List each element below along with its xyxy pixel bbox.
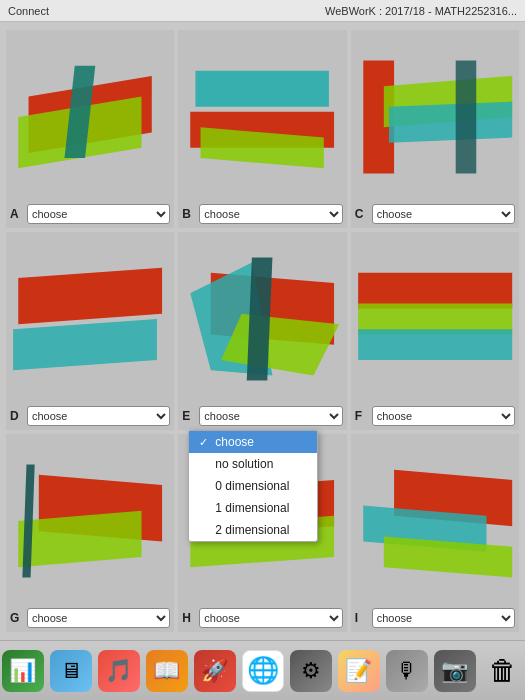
dock-icon-music[interactable]: 🎵	[98, 650, 140, 692]
dock-icon-chrome[interactable]: 🌐	[242, 650, 284, 692]
top-bar-right: WeBWorK : 2017/18 - MATH2252316...	[325, 5, 517, 17]
dock-icon-mic[interactable]: 🎙	[386, 650, 428, 692]
svg-marker-10	[18, 268, 162, 324]
cell-letter-c: C	[355, 207, 369, 221]
select-f[interactable]: choose no solution 0 dimensional 1 dimen…	[372, 406, 515, 426]
dock: 📊 🖥 🎵 📖 🚀 🌐 ⚙ 📝 🎙 📷 🗑	[0, 640, 525, 700]
select-g[interactable]: choose no solution 0 dimensional 1 dimen…	[27, 608, 170, 628]
top-bar-left: Connect	[8, 5, 49, 17]
svg-marker-26	[383, 536, 511, 577]
image-d	[8, 234, 172, 404]
grid-cell-a: A choose no solution 0 dimensional 1 dim…	[6, 30, 174, 228]
cell-letter-d: D	[10, 409, 24, 423]
svg-marker-11	[13, 319, 157, 370]
cell-letter-i: I	[355, 611, 369, 625]
cell-letter-f: F	[355, 409, 369, 423]
dock-icon-launchpad[interactable]: 🚀	[194, 650, 236, 692]
dropdown-item-0d[interactable]: 0 dimensional	[189, 475, 317, 497]
select-c[interactable]: choose no solution 0 dimensional 1 dimen…	[372, 204, 515, 224]
grid-cell-i: I choose no solution 0 dimensional 1 dim…	[351, 434, 519, 632]
image-b	[180, 32, 344, 202]
dock-icon-notes[interactable]: 📝	[338, 650, 380, 692]
dropdown-item-no-solution[interactable]: no solution	[189, 453, 317, 475]
cell-letter-h: H	[182, 611, 196, 625]
svg-marker-3	[196, 71, 330, 107]
svg-marker-18	[358, 329, 512, 360]
svg-marker-9	[455, 61, 476, 174]
image-i	[353, 436, 517, 606]
dock-icon-books[interactable]: 📖	[146, 650, 188, 692]
dropdown-item-1d[interactable]: 1 dimensional	[189, 497, 317, 519]
cell-letter-e: E	[182, 409, 196, 423]
dock-icon-finder[interactable]: 🖥	[50, 650, 92, 692]
image-grid: A choose no solution 0 dimensional 1 dim…	[6, 30, 519, 632]
svg-marker-8	[389, 102, 512, 143]
image-c	[353, 32, 517, 202]
select-a[interactable]: choose no solution 0 dimensional 1 dimen…	[27, 204, 170, 224]
image-g	[8, 436, 172, 606]
svg-marker-20	[18, 511, 141, 567]
grid-cell-e: E choose no solution 0 dimensional 1 dim…	[178, 232, 346, 430]
check-icon: ✓	[199, 436, 211, 449]
grid-cell-c: C choose no solution 0 dimensional 1 dim…	[351, 30, 519, 228]
grid-cell-d: D choose no solution 0 dimensional 1 dim…	[6, 232, 174, 430]
main-content: A choose no solution 0 dimensional 1 dim…	[0, 22, 525, 640]
svg-marker-16	[358, 273, 512, 309]
dock-icon-chart[interactable]: 📊	[2, 650, 44, 692]
cell-letter-a: A	[10, 207, 24, 221]
select-h[interactable]: choose no solution 0 dimensional 1 dimen…	[199, 608, 342, 628]
cell-letter-g: G	[10, 611, 24, 625]
dropdown-item-choose[interactable]: ✓ choose	[189, 431, 317, 453]
image-e	[180, 234, 344, 404]
dock-icon-settings[interactable]: ⚙	[290, 650, 332, 692]
image-a	[8, 32, 172, 202]
dropdown-menu[interactable]: ✓ choose no solution 0 dimensional 1 dim…	[188, 430, 318, 542]
select-d[interactable]: choose no solution 0 dimensional 1 dimen…	[27, 406, 170, 426]
select-e[interactable]: choose no solution 0 dimensional 1 dimen…	[199, 406, 342, 426]
select-i[interactable]: choose no solution 0 dimensional 1 dimen…	[372, 608, 515, 628]
grid-cell-b: B choose no solution 0 dimensional 1 dim…	[178, 30, 346, 228]
top-bar: Connect WeBWorK : 2017/18 - MATH2252316.…	[0, 0, 525, 22]
image-f	[353, 234, 517, 404]
grid-cell-f: F choose no solution 0 dimensional 1 dim…	[351, 232, 519, 430]
dock-icon-trash[interactable]: 🗑	[482, 650, 524, 692]
select-b[interactable]: choose no solution 0 dimensional 1 dimen…	[199, 204, 342, 224]
dock-icon-camera[interactable]: 📷	[434, 650, 476, 692]
grid-cell-g: G choose no solution 0 dimensional 1 dim…	[6, 434, 174, 632]
dropdown-item-2d[interactable]: 2 dimensional	[189, 519, 317, 541]
cell-letter-b: B	[182, 207, 196, 221]
